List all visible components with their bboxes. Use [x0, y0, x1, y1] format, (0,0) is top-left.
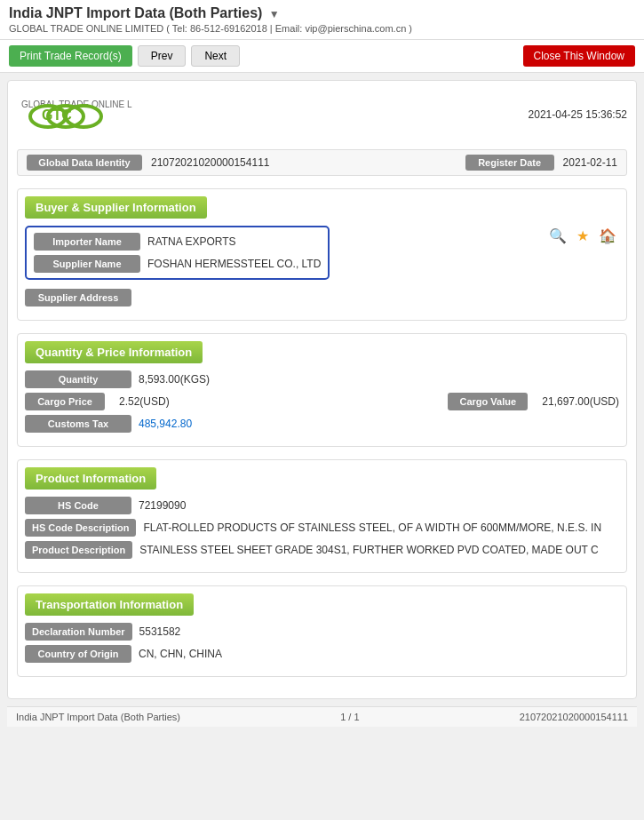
logo-area: GLOBAL TRADE ONLINE LIMITED GTC: [17, 90, 132, 139]
search-icon[interactable]: 🔍: [548, 226, 568, 245]
supplier-value: FOSHAN HERMESSTEEL CO., LTD: [147, 258, 321, 270]
quantity-row: Quantity 8,593.00(KGS): [25, 370, 619, 388]
home-icon[interactable]: 🏠: [598, 226, 617, 245]
buyer-supplier-section: Buyer & Supplier Information Importer Na…: [17, 188, 627, 321]
cargo-price-value: 2.52(USD): [119, 395, 441, 408]
country-origin-label: Country of Origin: [25, 645, 131, 663]
hs-desc-label: HS Code Description: [25, 519, 136, 537]
hs-code-label: HS Code: [25, 497, 131, 514]
supplier-address-label: Supplier Address: [25, 289, 131, 307]
supplier-address-row: Supplier Address: [25, 289, 619, 307]
register-label: Register Date: [465, 155, 554, 171]
identity-label: Global Data Identity: [27, 155, 142, 171]
page-title-arrow: ▼: [269, 8, 280, 20]
importer-row: Importer Name RATNA EXPORTS: [34, 233, 321, 251]
supplier-label: Supplier Name: [34, 255, 140, 273]
prev-button[interactable]: Prev: [138, 45, 187, 67]
buyer-supplier-header: Buyer & Supplier Information: [25, 196, 207, 219]
company-info: GLOBAL TRADE ONLINE LIMITED ( Tel: 86-51…: [9, 23, 635, 34]
footer-record-id: 21072021020000154111: [520, 712, 628, 722]
hs-desc-value: FLAT-ROLLED PRODUCTS OF STAINLESS STEEL,…: [143, 521, 619, 534]
declaration-row: Declaration Number 5531582: [25, 623, 619, 641]
product-info-header: Product Information: [25, 467, 156, 490]
company-logo: GLOBAL TRADE ONLINE LIMITED GTC: [17, 90, 132, 139]
buyer-supplier-body: Importer Name RATNA EXPORTS Supplier Nam…: [18, 219, 626, 320]
identity-value: 21072021020000154111: [151, 156, 457, 169]
product-info-body: HS Code 72199090 HS Code Description FLA…: [18, 490, 626, 572]
transportation-header: Transportation Information: [25, 593, 194, 616]
hs-code-value: 72199090: [139, 499, 619, 512]
quantity-price-header: Quantity & Price Information: [25, 341, 203, 363]
toolbar: Print Trade Record(s) Prev Next Close Th…: [0, 40, 644, 73]
quantity-label: Quantity: [25, 370, 131, 388]
hs-desc-row: HS Code Description FLAT-ROLLED PRODUCTS…: [25, 519, 619, 537]
cargo-value-label: Cargo Value: [448, 393, 528, 410]
footer-left-text: India JNPT Import Data (Both Parties): [16, 712, 180, 722]
product-desc-row: Product Description STAINLESS STEEL SHEE…: [25, 541, 619, 559]
cargo-price-row: Cargo Price 2.52(USD) Cargo Value 21,697…: [25, 393, 619, 410]
footer-bar: India JNPT Import Data (Both Parties) 1 …: [7, 706, 637, 727]
customs-tax-row: Customs Tax 485,942.80: [25, 415, 619, 433]
importer-value: RATNA EXPORTS: [147, 235, 321, 248]
importer-label: Importer Name: [34, 233, 140, 251]
declaration-value: 5531582: [139, 625, 619, 638]
country-origin-row: Country of Origin CN, CHN, CHINA: [25, 645, 619, 663]
footer-page-info: 1 / 1: [340, 712, 359, 722]
highlighted-names-box: Importer Name RATNA EXPORTS Supplier Nam…: [25, 226, 330, 280]
main-content: GLOBAL TRADE ONLINE LIMITED GTC 2021-04-…: [7, 80, 637, 699]
country-origin-value: CN, CHN, CHINA: [139, 648, 619, 660]
top-bar: India JNPT Import Data (Both Parties) ▼ …: [0, 0, 644, 40]
supplier-row: Supplier Name FOSHAN HERMESSTEEL CO., LT…: [34, 255, 321, 273]
quantity-price-section: Quantity & Price Information Quantity 8,…: [17, 333, 627, 447]
next-button[interactable]: Next: [191, 45, 240, 67]
transportation-body: Declaration Number 5531582 Country of Or…: [18, 616, 626, 676]
page-title: India JNPT Import Data (Both Parties): [9, 5, 262, 21]
cargo-value-value: 21,697.00(USD): [542, 395, 619, 408]
register-value: 2021-02-11: [563, 156, 617, 169]
timestamp: 2021-04-25 15:36:52: [529, 108, 627, 121]
star-icon[interactable]: ★: [573, 226, 592, 245]
customs-tax-value: 485,942.80: [139, 418, 619, 430]
cargo-price-label: Cargo Price: [25, 393, 105, 410]
declaration-label: Declaration Number: [25, 623, 132, 641]
transportation-section: Transportation Information Declaration N…: [17, 585, 627, 677]
product-info-section: Product Information HS Code 72199090 HS …: [17, 459, 627, 573]
hs-code-row: HS Code 72199090: [25, 497, 619, 514]
product-desc-value: STAINLESS STEEL SHEET GRADE 304S1, FURTH…: [139, 544, 619, 556]
svg-text:GTC: GTC: [42, 107, 72, 123]
logo-row: GLOBAL TRADE ONLINE LIMITED GTC 2021-04-…: [17, 90, 627, 139]
customs-tax-label: Customs Tax: [25, 415, 131, 433]
close-button[interactable]: Close This Window: [523, 45, 635, 67]
quantity-value: 8,593.00(KGS): [139, 373, 619, 386]
supplier-actions: 🔍 ★ 🏠: [548, 226, 617, 245]
print-button[interactable]: Print Trade Record(s): [9, 45, 132, 67]
quantity-price-body: Quantity 8,593.00(KGS) Cargo Price 2.52(…: [18, 363, 626, 446]
product-desc-label: Product Description: [25, 541, 132, 559]
global-data-row: Global Data Identity 2107202102000015411…: [17, 149, 627, 176]
